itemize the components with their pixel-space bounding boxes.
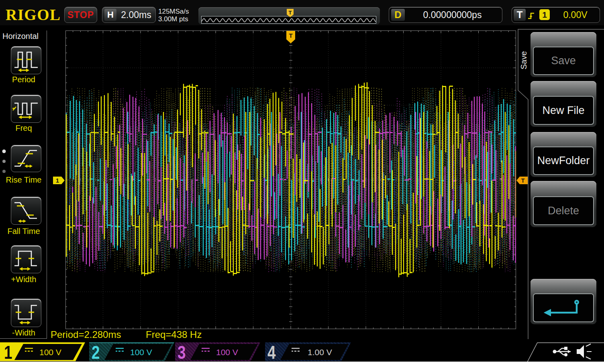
svg-text:T: T bbox=[289, 10, 292, 16]
svg-text:T: T bbox=[289, 32, 292, 39]
svg-text:1: 1 bbox=[56, 177, 59, 184]
